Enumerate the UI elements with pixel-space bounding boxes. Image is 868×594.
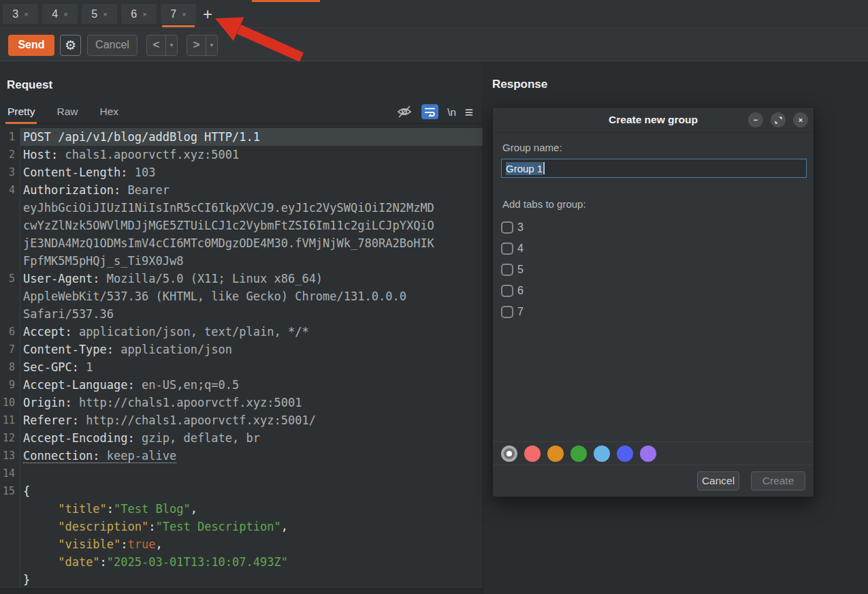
tab-option-row-4: 4 <box>501 238 524 259</box>
line-content: Accept: application/json, text/plain, */… <box>20 323 483 341</box>
tab-close-icon[interactable]: × <box>182 10 186 18</box>
restore-icon[interactable] <box>771 112 786 127</box>
tab-pretty[interactable]: Pretty <box>5 106 37 123</box>
group-name-input[interactable]: Group 1 <box>501 159 807 178</box>
editor-menu-icon[interactable]: ≡ <box>465 105 473 119</box>
dialog-window-buttons: − × <box>748 112 808 127</box>
tab-close-icon[interactable]: × <box>63 10 67 18</box>
editor-line: cwYzZlNzk5OWVlMDJjMGE5ZTUiLCJ1c2VybmFtZS… <box>0 217 483 234</box>
tab-checkbox-3[interactable] <box>501 221 513 234</box>
repeater-tab-6[interactable]: 6× <box>121 4 157 24</box>
prev-request-button[interactable]: < <box>147 35 165 55</box>
tab-checkbox-list: 34567 <box>501 217 524 322</box>
tab-option-row-7: 7 <box>501 301 524 322</box>
dialog-cancel-button[interactable]: Cancel <box>697 471 739 490</box>
tab-checkbox-6[interactable] <box>501 285 513 297</box>
next-dropdown-icon[interactable]: ▼ <box>206 35 217 55</box>
tab-close-icon[interactable]: × <box>142 10 146 18</box>
line-content: Host: chals1.apoorvctf.xyz:5001 <box>20 146 483 163</box>
word-wrap-icon[interactable] <box>421 104 438 119</box>
editor-line: 4Authorization: Bearer <box>0 181 483 199</box>
color-swatch-blue[interactable] <box>617 446 633 462</box>
editor-line: 11Referer: http://chals1.apoorvctf.xyz:5… <box>0 411 483 429</box>
newline-icon[interactable]: \n <box>447 106 456 118</box>
line-number: 11 <box>0 411 20 429</box>
tab-checkbox-label: 3 <box>517 221 524 234</box>
line-number <box>0 535 20 553</box>
add-tabs-label: Add tabs to group: <box>502 198 586 210</box>
repeater-tab-3[interactable]: 3× <box>3 4 38 24</box>
tab-label: 7 <box>170 8 176 20</box>
line-number <box>0 571 20 589</box>
tab-close-icon[interactable]: × <box>24 10 28 18</box>
line-content: Connection: keep-alive <box>20 447 483 465</box>
line-number: 15 <box>0 482 20 500</box>
dialog-create-button[interactable]: Create <box>751 471 805 490</box>
editor-line: "title":"Test Blog", <box>0 500 483 518</box>
line-content: Sec-GPC: 1 <box>20 358 483 376</box>
color-swatch-green[interactable] <box>570 446 587 462</box>
line-number: 12 <box>0 429 20 447</box>
request-panel-title: Request <box>7 78 52 92</box>
line-number <box>0 287 20 305</box>
line-content: } <box>20 571 483 589</box>
prev-dropdown-icon[interactable]: ▼ <box>166 35 177 55</box>
tab-option-row-5: 5 <box>501 259 524 280</box>
prev-request-split-button[interactable]: < ▼ <box>146 35 178 56</box>
line-content: Authorization: Bearer <box>20 181 483 199</box>
tab-close-icon[interactable]: × <box>103 10 107 18</box>
line-number: 1 <box>0 128 20 146</box>
group-color-swatches <box>493 441 814 465</box>
next-request-split-button[interactable]: > ▼ <box>187 35 218 56</box>
line-content: cwYzZlNzk5OWVlMDJjMGE5ZTUiLCJ1c2VybmFtZS… <box>20 217 483 234</box>
gear-icon[interactable]: ⚙ <box>60 35 81 56</box>
line-number: 6 <box>0 323 20 341</box>
line-content: AppleWebKit/537.36 (KHTML, like Gecko) C… <box>20 287 483 305</box>
color-swatch-red[interactable] <box>524 446 541 462</box>
repeater-tab-7[interactable]: 7× <box>161 4 196 24</box>
close-icon[interactable]: × <box>793 112 808 127</box>
line-number <box>0 500 20 518</box>
tab-label: 3 <box>12 8 18 20</box>
tab-checkbox-label: 5 <box>517 264 524 276</box>
color-swatch-gray[interactable] <box>501 446 517 462</box>
tab-label: 6 <box>131 8 137 20</box>
tab-raw[interactable]: Raw <box>54 106 80 123</box>
editor-line: eyJhbGciOiJIUzI1NiIsInR5cCI6IkpXVCJ9.eyJ… <box>0 199 483 217</box>
tab-checkbox-label: 4 <box>517 243 524 255</box>
dialog-title: Create new group <box>609 114 698 126</box>
create-group-dialog: Create new group − × Group name: Group 1… <box>492 107 814 497</box>
line-content: FpfMK5M5pHQj_s_Ti9X0Jw8 <box>20 252 483 270</box>
tab-hex[interactable]: Hex <box>98 106 121 123</box>
cancel-request-button[interactable]: Cancel <box>87 35 138 56</box>
repeater-tab-4[interactable]: 4× <box>42 4 78 24</box>
tab-option-row-3: 3 <box>501 217 524 238</box>
line-content: User-Agent: Mozilla/5.0 (X11; Linux x86_… <box>20 270 483 287</box>
tab-checkbox-4[interactable] <box>501 243 513 255</box>
new-tab-button[interactable]: + <box>203 6 212 22</box>
color-swatch-orange[interactable] <box>547 446 564 462</box>
line-number <box>0 518 20 535</box>
tab-checkbox-7[interactable] <box>501 306 513 318</box>
repeater-tab-5[interactable]: 5× <box>82 4 117 24</box>
line-number <box>0 234 20 252</box>
editor-line: "visible":true, <box>0 535 483 553</box>
line-content: jE3NDA4MzQ1ODMsImV4cCI6MTc0MDgzODE4M30.f… <box>20 234 483 252</box>
minimize-icon[interactable]: − <box>748 112 763 127</box>
line-number <box>0 553 20 571</box>
send-button[interactable]: Send <box>8 35 54 56</box>
dialog-titlebar[interactable]: Create new group − × <box>493 108 814 133</box>
editor-line: "description":"Test Description", <box>0 518 483 535</box>
color-swatch-purple[interactable] <box>640 446 656 462</box>
request-editor[interactable]: 1POST /api/v1/blog/addBlog HTTP/1.12Host… <box>0 128 483 589</box>
tab-label: 5 <box>91 8 97 20</box>
hide-nonprintable-icon[interactable] <box>396 104 413 119</box>
editor-line: 10Origin: http://chals1.apoorvctf.xyz:50… <box>0 394 483 411</box>
next-request-button[interactable]: > <box>187 35 206 55</box>
group-name-label: Group name: <box>502 142 562 153</box>
editor-line: 1POST /api/v1/blog/addBlog HTTP/1.1 <box>0 128 483 146</box>
tab-checkbox-5[interactable] <box>501 264 513 276</box>
line-content: Accept-Language: en-US,en;q=0.5 <box>20 376 483 394</box>
color-swatch-light-blue[interactable] <box>594 446 610 462</box>
line-number <box>0 199 20 217</box>
